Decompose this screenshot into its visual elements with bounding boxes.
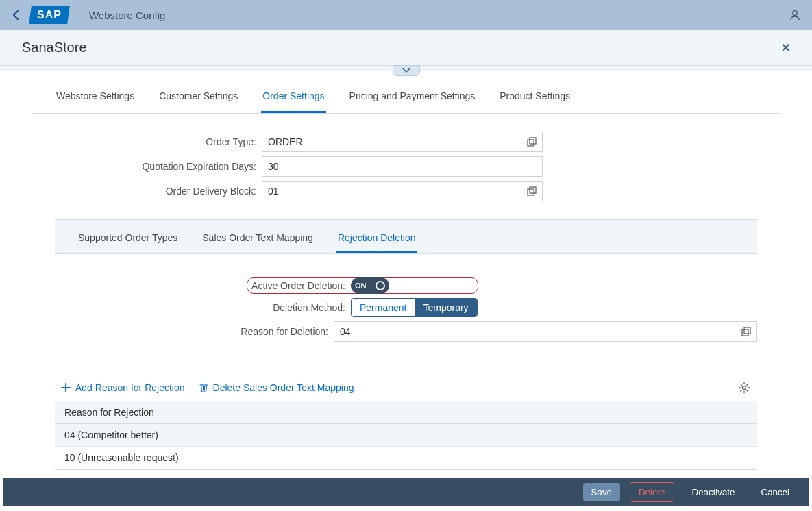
trash-icon [199, 382, 209, 393]
deletion-method-permanent[interactable]: Permanent [352, 299, 415, 316]
reason-table: Reason for Rejection 04 (Competitor bett… [55, 401, 757, 469]
table-toolbar: Add Reason for Rejection Delete Sales Or… [55, 376, 757, 399]
quotation-days-value: 30 [268, 161, 279, 172]
deactivate-button[interactable]: Deactivate [684, 483, 743, 501]
deletion-method-label: Deletion Method: [55, 302, 351, 313]
tab-sales-order-text-mapping[interactable]: Sales Order Text Mapping [201, 232, 315, 253]
order-type-value: ORDER [268, 136, 303, 147]
svg-point-7 [743, 386, 746, 390]
tab-order-settings[interactable]: Order Settings [261, 90, 325, 113]
toggle-on-label: ON [355, 282, 367, 290]
order-settings-form: Order Type: ORDER Quotation Expiration D… [32, 114, 780, 218]
app-title: Webstore Config [89, 10, 165, 21]
svg-point-0 [793, 11, 798, 16]
value-help-icon[interactable] [527, 137, 537, 147]
value-help-icon[interactable] [741, 327, 751, 336]
delete-mapping-button[interactable]: Delete Sales Order Text Mapping [199, 382, 354, 393]
reason-for-deletion-input[interactable]: 04 [334, 321, 757, 342]
object-header: SanaStore ✕ [0, 30, 812, 66]
svg-rect-6 [744, 327, 750, 334]
column-header-reason: Reason for Rejection [64, 407, 154, 418]
delivery-block-input[interactable]: 01 [262, 181, 543, 201]
tab-product-settings[interactable]: Product Settings [498, 90, 571, 113]
quotation-days-input[interactable]: 30 [262, 156, 543, 177]
add-reason-label: Add Reason for Rejection [75, 382, 185, 393]
main-tabs: Webstore Settings Customer Settings Orde… [32, 77, 780, 114]
deletion-method-segmented: Permanent Temporary [351, 298, 478, 317]
active-order-deletion-toggle[interactable]: ON [351, 277, 389, 294]
reason-for-deletion-value: 04 [340, 326, 351, 337]
chevron-down-icon[interactable] [393, 65, 420, 76]
order-type-input[interactable]: ORDER [262, 132, 543, 152]
svg-rect-1 [528, 140, 534, 146]
shell-bar: SAP Webstore Config [0, 0, 812, 30]
tab-pricing-payment-settings[interactable]: Pricing and Payment Settings [348, 90, 477, 113]
footer-bar: Save Delete Deactivate Cancel [3, 478, 809, 506]
quotation-days-label: Quotation Expiration Days: [32, 161, 262, 172]
tab-supported-order-types[interactable]: Supported Order Types [77, 232, 179, 253]
reason-for-deletion-label: Reason for Deletion: [55, 326, 334, 337]
order-type-label: Order Type: [32, 136, 262, 147]
sub-tabs: Supported Order Types Sales Order Text M… [55, 220, 757, 253]
sub-panel: Supported Order Types Sales Order Text M… [55, 219, 757, 470]
table-row[interactable]: 10 (Unreasonable request) [55, 447, 757, 469]
delete-mapping-label: Delete Sales Order Text Mapping [213, 382, 354, 393]
delivery-block-value: 01 [268, 186, 279, 197]
close-icon[interactable]: ✕ [781, 41, 790, 54]
user-icon[interactable] [789, 9, 801, 21]
cell-reason: 04 (Competitor better) [64, 429, 158, 440]
svg-rect-3 [528, 189, 534, 195]
delivery-block-label: Order Delivery Block: [32, 186, 262, 197]
table-header: Reason for Rejection [55, 401, 757, 424]
toggle-knob-icon [376, 281, 385, 290]
tab-rejection-deletion[interactable]: Rejection Deletion [336, 232, 417, 253]
delete-button[interactable]: Delete [630, 482, 674, 502]
deletion-method-temporary[interactable]: Temporary [415, 299, 476, 316]
sap-logo: SAP [29, 6, 70, 24]
table-row[interactable]: 04 (Competitor better) [55, 424, 757, 447]
header-collapser [0, 66, 812, 71]
gear-icon[interactable] [738, 382, 750, 394]
page-title: SanaStore [22, 40, 87, 55]
add-reason-for-rejection-button[interactable]: Add Reason for Rejection [60, 382, 185, 393]
cancel-button[interactable]: Cancel [753, 483, 798, 501]
svg-rect-5 [742, 329, 748, 336]
tab-customer-settings[interactable]: Customer Settings [158, 90, 239, 113]
plus-icon [60, 382, 71, 393]
back-button[interactable] [11, 10, 21, 21]
save-button[interactable]: Save [583, 483, 620, 501]
svg-rect-2 [530, 138, 536, 144]
cell-reason: 10 (Unreasonable request) [64, 452, 179, 463]
active-order-deletion-label: Active Order Deletion: [55, 280, 351, 291]
value-help-icon[interactable] [527, 186, 537, 196]
tab-webstore-settings[interactable]: Webstore Settings [55, 90, 136, 113]
svg-rect-4 [530, 187, 536, 193]
